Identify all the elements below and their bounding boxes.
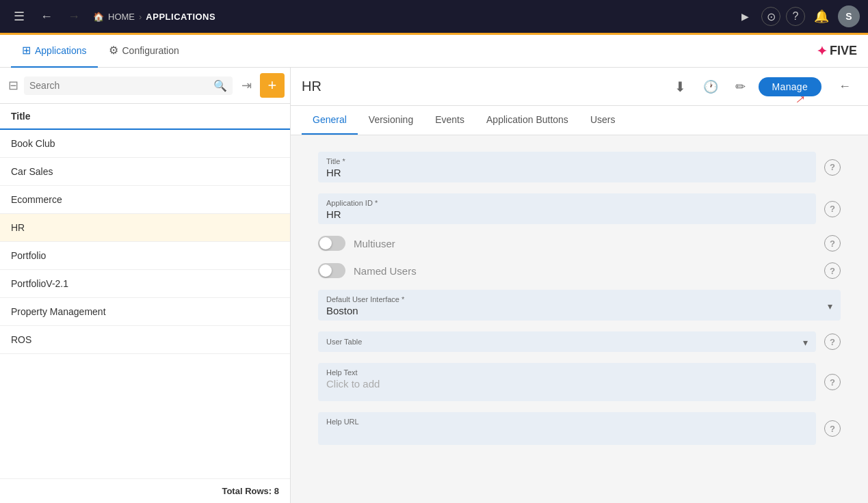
user-table-help-icon[interactable]: ? — [824, 334, 841, 350]
avatar[interactable]: S — [838, 5, 860, 27]
sidebar-list: Book Club Car Sales Ecommerce HR Portfol… — [0, 130, 290, 478]
home-icon: 🏠 — [93, 12, 104, 22]
default-ui-value: Boston — [326, 305, 828, 316]
help-text-help-icon[interactable]: ? — [824, 374, 841, 390]
form-content: Title * HR ? Application ID * HR ? Multi… — [291, 135, 868, 503]
content-tabs: General Versioning Events Application Bu… — [291, 106, 868, 135]
tab-events[interactable]: Events — [424, 106, 475, 135]
multiuser-help-icon[interactable]: ? — [824, 235, 841, 252]
tab-versioning[interactable]: Versioning — [358, 106, 424, 135]
list-item-book-club[interactable]: Book Club — [0, 130, 290, 158]
named-users-toggle[interactable] — [318, 263, 345, 278]
list-item-portfoliov2[interactable]: PortfolioV-2.1 — [0, 270, 290, 298]
title-row: Title * HR ? — [318, 152, 841, 182]
five-logo-text: FIVE — [830, 44, 857, 58]
sidebar: ⊟ 🔍 ⇥ + Title Book Club Car Sales Ecomme… — [0, 68, 291, 503]
title-value: HR — [326, 167, 808, 178]
list-item-property-management[interactable]: Property Management — [0, 298, 290, 326]
appid-help-icon[interactable]: ? — [824, 201, 841, 217]
add-button[interactable]: + — [260, 73, 285, 98]
search-icon[interactable]: ⊙ — [761, 7, 780, 26]
user-table-label: User Table — [326, 338, 803, 346]
forward-icon[interactable]: → — [63, 5, 85, 27]
import-icon[interactable]: ⇥ — [235, 74, 257, 96]
panel-title: HR — [302, 79, 663, 94]
list-item-hr[interactable]: HR — [0, 214, 290, 242]
top-navbar: ☰ ← → 🏠 HOME › APPLICATIONS ▶ ⊙ ? 🔔 S — [0, 0, 868, 33]
sidebar-column-header: Title — [0, 104, 290, 130]
title-help-icon[interactable]: ? — [824, 159, 841, 176]
list-item-car-sales[interactable]: Car Sales — [0, 158, 290, 186]
search-input-wrap: 🔍 — [24, 77, 233, 95]
title-label: Title * — [326, 157, 808, 165]
default-ui-label: Default User Interface * — [326, 295, 828, 303]
manage-button[interactable]: Manage — [759, 77, 821, 96]
help-text-row: Help Text Click to add ? — [318, 363, 841, 401]
multiuser-toggle[interactable] — [318, 236, 345, 251]
right-panel: HR ⬇ 🕐 ✏ Manage → ← General Versioning E… — [291, 68, 868, 503]
appid-value: HR — [326, 208, 808, 220]
user-table-field[interactable]: User Table ▾ — [318, 331, 816, 352]
tab-users[interactable]: Users — [579, 106, 627, 135]
filter-icon[interactable]: ⊟ — [5, 75, 21, 96]
edit-icon[interactable]: ✏ — [728, 74, 753, 99]
main-tab-bar: ⊞ Applications ⚙ Configuration ✦ FIVE — [0, 35, 868, 68]
hamburger-icon[interactable]: ☰ — [8, 5, 30, 27]
tab-application-buttons[interactable]: Application Buttons — [475, 106, 579, 135]
panel-header-icons: ⬇ 🕐 ✏ Manage → ← — [668, 71, 857, 103]
five-logo: ✦ FIVE — [817, 44, 857, 59]
help-url-field[interactable]: Help URL — [318, 412, 816, 445]
default-ui-row: Default User Interface * Boston ▾ — [318, 290, 841, 321]
sidebar-footer: Total Rows: 8 — [0, 478, 290, 503]
title-field[interactable]: Title * HR — [318, 152, 816, 182]
right-panel-header: HR ⬇ 🕐 ✏ Manage → ← — [291, 68, 868, 106]
configuration-tab-label: Configuration — [122, 45, 179, 56]
help-icon[interactable]: ? — [786, 7, 805, 26]
appid-label: Application ID * — [326, 199, 808, 207]
back-nav-icon[interactable]: ← — [832, 74, 857, 99]
breadcrumb-sep: › — [139, 12, 142, 22]
user-table-row: User Table ▾ ? — [318, 331, 841, 352]
bell-icon[interactable]: 🔔 — [811, 5, 832, 27]
list-item-ros[interactable]: ROS — [0, 326, 290, 354]
breadcrumb: 🏠 HOME › APPLICATIONS — [93, 12, 215, 22]
appid-row: Application ID * HR ? — [318, 193, 841, 224]
sidebar-toolbar: ⊟ 🔍 ⇥ + — [0, 68, 290, 104]
tab-applications[interactable]: ⊞ Applications — [11, 35, 98, 68]
download-icon[interactable]: ⬇ — [668, 74, 693, 99]
default-ui-dropdown-arrow: ▾ — [828, 301, 832, 312]
named-users-row: Named Users ? — [318, 262, 841, 279]
back-icon[interactable]: ← — [36, 5, 57, 27]
help-url-help-icon[interactable]: ? — [824, 420, 841, 437]
appid-field[interactable]: Application ID * HR — [318, 193, 816, 224]
help-url-label: Help URL — [326, 418, 808, 426]
search-input[interactable] — [29, 80, 209, 91]
top-right-icons: ▶ ⊙ ? 🔔 S — [734, 5, 860, 27]
tab-configuration[interactable]: ⚙ Configuration — [98, 35, 190, 68]
multiuser-label: Multiuser — [354, 238, 816, 249]
named-users-help-icon[interactable]: ? — [824, 262, 841, 279]
user-table-dropdown-arrow: ▾ — [803, 337, 808, 348]
list-item-ecommerce[interactable]: Ecommerce — [0, 186, 290, 214]
main-content: ⊟ 🔍 ⇥ + Title Book Club Car Sales Ecomme… — [0, 68, 868, 503]
applications-tab-icon: ⊞ — [22, 44, 31, 57]
multiuser-row: Multiuser ? — [318, 235, 841, 252]
history-icon[interactable]: 🕐 — [698, 74, 723, 99]
five-star-icon: ✦ — [817, 44, 827, 59]
play-icon[interactable]: ▶ — [734, 5, 756, 27]
named-users-label: Named Users — [354, 265, 816, 277]
breadcrumb-apps[interactable]: APPLICATIONS — [146, 12, 215, 22]
tab-general[interactable]: General — [302, 106, 358, 135]
list-item-portfolio[interactable]: Portfolio — [0, 242, 290, 270]
breadcrumb-home[interactable]: HOME — [108, 12, 135, 22]
applications-tab-label: Applications — [35, 45, 87, 56]
help-text-value: Click to add — [326, 378, 808, 390]
help-url-row: Help URL ? — [318, 412, 841, 445]
help-text-label: Help Text — [326, 368, 808, 377]
configuration-tab-icon: ⚙ — [109, 44, 118, 57]
default-ui-field[interactable]: Default User Interface * Boston ▾ — [318, 290, 841, 321]
help-text-field[interactable]: Help Text Click to add — [318, 363, 816, 401]
search-icon-inner: 🔍 — [213, 79, 227, 92]
